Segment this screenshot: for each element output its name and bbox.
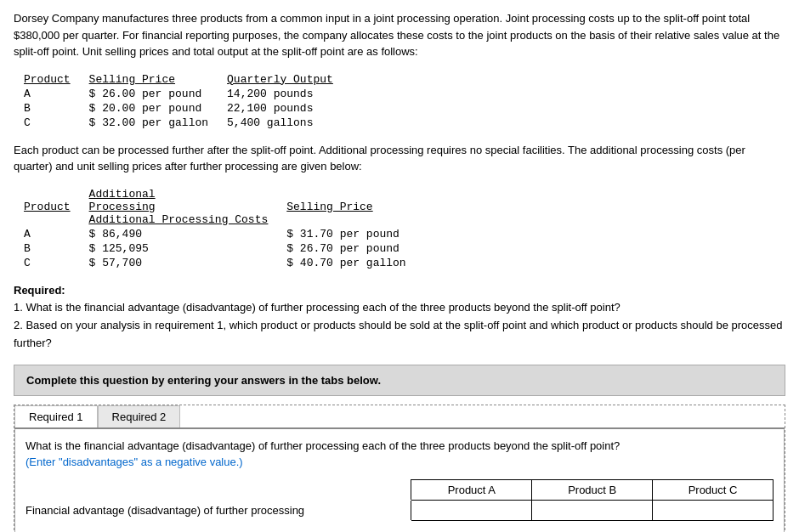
col-output-header: Quarterly Output <box>224 72 348 87</box>
tab-required-2[interactable]: Required 2 <box>98 405 181 427</box>
col-product-c: Product C <box>653 479 774 500</box>
table-row: C $ 57,700 $ 40.70 per gallon <box>20 256 422 270</box>
product-c-label: C <box>20 116 86 130</box>
input-product-b[interactable] <box>539 504 645 517</box>
required-item-1: 1. What is the financial advantage (disa… <box>14 299 785 317</box>
required-section: Required: 1. What is the financial advan… <box>14 282 785 353</box>
input-cell-product-b[interactable] <box>532 500 653 520</box>
product-a-price: $ 26.00 per pound <box>86 87 224 101</box>
table-row: A $ 86,490 $ 31.70 per pound <box>20 227 422 241</box>
add-col-header: Additional Processing Additional Process… <box>86 187 284 227</box>
add-product-b-cost: $ 125,095 <box>86 241 284 256</box>
product-c-output: 5,400 gallons <box>224 116 348 130</box>
add-product-c-price: $ 40.70 per gallon <box>283 256 421 270</box>
add-col-selling-header: Selling Price <box>283 187 421 227</box>
split-off-table: Product Selling Price Quarterly Output A… <box>20 72 348 130</box>
product-b-label: B <box>20 101 86 116</box>
input-product-c[interactable] <box>660 504 766 517</box>
row-label-financial-advantage: Financial advantage (disadvantage) of fu… <box>26 500 411 520</box>
add-product-c-label: C <box>20 256 86 270</box>
input-cell-product-a[interactable] <box>411 500 532 520</box>
product-b-price: $ 20.00 per pound <box>86 101 224 116</box>
col-price-header: Selling Price <box>86 72 224 87</box>
product-a-label: A <box>20 87 86 101</box>
add-product-a-price: $ 31.70 per pound <box>283 227 421 241</box>
add-product-c-cost: $ 57,700 <box>86 256 284 270</box>
table-row: C $ 32.00 per gallon 5,400 gallons <box>20 116 348 130</box>
answer-row: Financial advantage (disadvantage) of fu… <box>26 500 774 520</box>
complete-box: Complete this question by entering your … <box>14 365 785 396</box>
input-product-a[interactable] <box>418 504 524 517</box>
product-b-output: 22,100 pounds <box>224 101 348 116</box>
answer-table: Product A Product B Product C Financial … <box>26 479 774 521</box>
mid-paragraph: Each product can be processed further af… <box>14 142 785 175</box>
col-product-header: Product <box>20 72 86 87</box>
input-cell-product-c[interactable] <box>653 500 774 520</box>
intro-paragraph: Dorsey Company manufactures three produc… <box>14 10 785 60</box>
required-item-2: 2. Based on your analysis in requirement… <box>14 317 785 353</box>
add-product-b-label: B <box>20 241 86 256</box>
additional-table: Product Additional Processing Additional… <box>20 187 422 270</box>
product-c-price: $ 32.00 per gallon <box>86 116 224 130</box>
empty-header <box>26 479 411 500</box>
tabs-bar: Required 1 Required 2 <box>14 405 785 427</box>
table-row: A $ 26.00 per pound 14,200 pounds <box>20 87 348 101</box>
product-a-output: 14,200 pounds <box>224 87 348 101</box>
required-label: Required: <box>14 282 785 300</box>
tabs-wrapper: Required 1 Required 2 What is the financ… <box>14 405 785 532</box>
add-col-product-header: Product <box>20 187 86 227</box>
table-row: B $ 125,095 $ 26.70 per pound <box>20 241 422 256</box>
table-row: B $ 20.00 per pound 22,100 pounds <box>20 101 348 116</box>
col-product-b: Product B <box>532 479 653 500</box>
tab-required-1[interactable]: Required 1 <box>14 405 98 427</box>
add-product-a-cost: $ 86,490 <box>86 227 284 241</box>
add-product-b-price: $ 26.70 per pound <box>283 241 421 256</box>
tab1-content: What is the financial advantage (disadva… <box>14 429 785 532</box>
tab1-question: What is the financial advantage (disadva… <box>26 438 774 471</box>
col-product-a: Product A <box>411 479 532 500</box>
add-product-a-label: A <box>20 227 86 241</box>
